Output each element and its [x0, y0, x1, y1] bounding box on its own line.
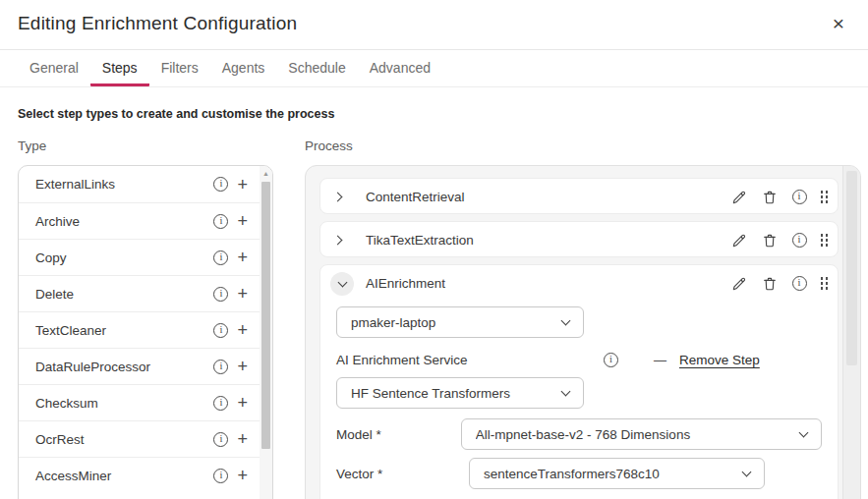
agent-select[interactable]: pmaker-laptop	[336, 306, 584, 338]
aienrichment-config: pmaker-laptop AI Enrichment Service i — …	[320, 302, 838, 499]
chevron-down-icon	[561, 387, 571, 397]
info-icon[interactable]: i	[213, 323, 228, 338]
scrollbar-thumb[interactable]	[261, 182, 270, 449]
type-row-label: OcrRest	[35, 432, 213, 447]
tab-advanced[interactable]: Advanced	[358, 50, 442, 86]
close-icon[interactable]: ×	[827, 12, 850, 35]
remove-step-link[interactable]: Remove Step	[679, 353, 760, 367]
info-icon[interactable]: i	[604, 353, 618, 367]
info-icon[interactable]: i	[213, 469, 228, 483]
dialog-header: Editing Enrichment Configuration ×	[0, 0, 868, 50]
process-scrollbar[interactable]	[842, 166, 860, 499]
tab-filters[interactable]: Filters	[149, 50, 210, 86]
agent-select-value: pmaker-laptop	[351, 315, 562, 330]
step-card-aienrichment: AIEnrichment i pmaker-laptop	[319, 264, 839, 499]
edit-icon[interactable]	[731, 232, 748, 249]
scrollbar-up-icon[interactable]: ▲	[260, 166, 272, 181]
add-step-icon[interactable]: +	[237, 468, 248, 483]
type-row-ocrrest[interactable]: OcrRest i+	[19, 420, 260, 457]
drag-handle-icon[interactable]	[821, 234, 829, 247]
type-row-label: Copy	[35, 250, 213, 265]
type-row-label: Delete	[35, 287, 213, 302]
delete-icon[interactable]	[762, 232, 779, 249]
type-rows: ExternalLinks i+ Archive i+ Copy i+ Dele…	[19, 166, 260, 493]
type-column-label: Type	[18, 139, 46, 153]
step-name: TikaTextExtraction	[366, 233, 731, 248]
type-row-externallinks[interactable]: ExternalLinks i+	[19, 166, 260, 202]
info-icon[interactable]: i	[792, 190, 807, 204]
info-icon[interactable]: i	[213, 250, 228, 265]
type-row-label: TextCleaner	[35, 323, 213, 338]
step-name: ContentRetrieval	[366, 190, 731, 204]
step-card-contentretrieval: ContentRetrieval i	[319, 178, 839, 214]
model-row: Model * All-mpnet-base-v2 - 768 Dimensio…	[336, 418, 822, 450]
type-row-label: Archive	[35, 214, 213, 229]
type-row-textcleaner[interactable]: TextCleaner i+	[19, 311, 260, 348]
add-step-icon[interactable]: +	[237, 250, 248, 265]
service-select[interactable]: HF Sentence Transformers	[336, 377, 584, 409]
add-step-icon[interactable]: +	[237, 322, 248, 338]
info-icon[interactable]: i	[213, 396, 228, 411]
drag-handle-icon[interactable]	[821, 191, 829, 203]
expand-icon[interactable]	[334, 237, 354, 244]
info-icon[interactable]: i	[792, 276, 807, 291]
step-card-tikatextextraction: TikaTextExtraction i	[319, 221, 839, 257]
type-list-scrollbar[interactable]: ▲	[260, 166, 272, 499]
process-panel: ContentRetrieval i TikaTextExtraction	[305, 165, 861, 499]
collapse-icon[interactable]	[330, 272, 354, 296]
type-row-accessminer[interactable]: AccessMiner i+	[19, 457, 260, 493]
type-list: ExternalLinks i+ Archive i+ Copy i+ Dele…	[18, 165, 273, 499]
add-step-icon[interactable]: +	[237, 286, 248, 302]
chevron-down-icon	[799, 428, 809, 438]
minus-icon: —	[654, 353, 666, 367]
tab-steps[interactable]: Steps	[90, 50, 149, 86]
info-icon[interactable]: i	[792, 233, 807, 248]
model-select-value: All-mpnet-base-v2 - 768 Dimensions	[476, 427, 800, 442]
tab-agents[interactable]: Agents	[210, 50, 277, 86]
chevron-down-icon	[742, 468, 752, 477]
enrichment-config-dialog: Editing Enrichment Configuration × Gener…	[0, 0, 868, 499]
info-icon[interactable]: i	[213, 177, 228, 192]
add-step-icon[interactable]: +	[237, 213, 248, 229]
tab-general[interactable]: General	[18, 50, 90, 86]
edit-icon[interactable]	[731, 275, 748, 292]
type-row-checksum[interactable]: Checksum i+	[19, 384, 260, 420]
type-row-label: Checksum	[35, 396, 213, 411]
expand-icon[interactable]	[334, 194, 354, 200]
service-select-value: HF Sentence Transformers	[351, 386, 562, 401]
type-row-label: AccessMiner	[35, 469, 213, 483]
delete-icon[interactable]	[762, 275, 779, 292]
add-step-icon[interactable]: +	[237, 431, 248, 447]
dialog-title: Editing Enrichment Configuration	[18, 13, 297, 34]
type-row-copy[interactable]: Copy i+	[19, 239, 260, 275]
vector-row: Vector * sentenceTransformers768c10	[336, 458, 822, 489]
process-scrollbar-thumb[interactable]	[846, 171, 857, 365]
service-row: AI Enrichment Service i — Remove Step	[336, 349, 822, 370]
process-column-label: Process	[305, 139, 353, 153]
info-icon[interactable]: i	[213, 287, 228, 302]
service-label: AI Enrichment Service	[336, 353, 604, 367]
vector-select[interactable]: sentenceTransformers768c10	[469, 458, 765, 489]
tab-schedule[interactable]: Schedule	[276, 50, 357, 86]
type-row-label: DataRuleProcessor	[35, 360, 213, 374]
type-row-label: ExternalLinks	[35, 177, 213, 192]
edit-icon[interactable]	[731, 189, 748, 205]
vector-select-value: sentenceTransformers768c10	[484, 467, 743, 481]
info-icon[interactable]: i	[213, 432, 228, 447]
info-icon[interactable]: i	[213, 214, 228, 229]
type-row-dataruleprocessor[interactable]: DataRuleProcessor i+	[19, 348, 260, 384]
drag-handle-icon[interactable]	[821, 277, 829, 290]
page-subtitle: Select step types to create and customis…	[18, 107, 334, 121]
delete-icon[interactable]	[762, 189, 779, 205]
model-select[interactable]: All-mpnet-base-v2 - 768 Dimensions	[461, 418, 822, 450]
vector-label: Vector *	[336, 467, 469, 481]
type-row-archive[interactable]: Archive i+	[19, 202, 260, 239]
add-step-icon[interactable]: +	[237, 359, 248, 374]
add-step-icon[interactable]: +	[237, 177, 248, 193]
type-row-delete[interactable]: Delete i+	[19, 275, 260, 311]
model-label: Model *	[336, 427, 461, 442]
add-step-icon[interactable]: +	[237, 395, 248, 411]
info-icon[interactable]: i	[213, 360, 228, 374]
chevron-down-icon	[561, 316, 571, 326]
tab-bar: General Steps Filters Agents Schedule Ad…	[0, 50, 868, 87]
